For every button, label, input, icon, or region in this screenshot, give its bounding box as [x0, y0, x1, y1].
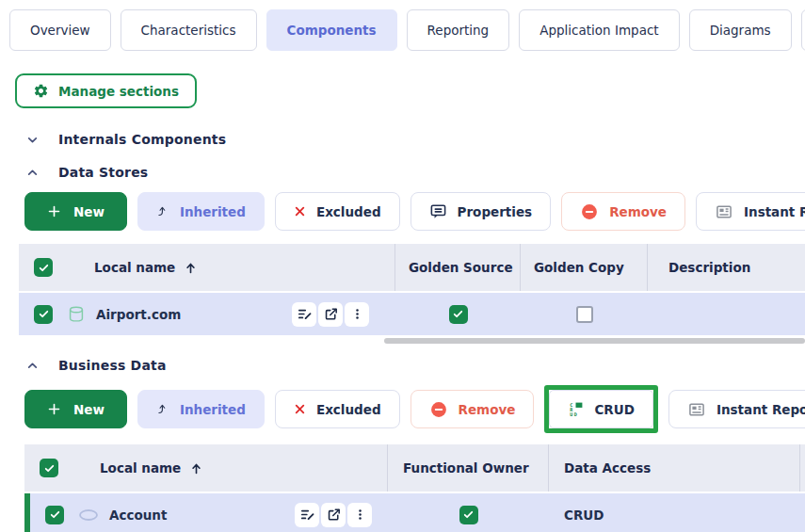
select-all-checkbox[interactable]: [34, 258, 53, 277]
manage-sections-button[interactable]: Manage sections: [15, 73, 197, 108]
excluded-button[interactable]: Excluded: [275, 390, 400, 428]
instant-report-label: Instant Report: [744, 204, 805, 219]
inherited-button[interactable]: Inherited: [137, 192, 265, 231]
remove-button[interactable]: Remove: [561, 192, 685, 231]
remove-label: Remove: [459, 402, 516, 417]
new-button[interactable]: New: [24, 390, 127, 428]
table-header: Local name Functional Owner Data Access: [24, 444, 805, 493]
column-header-golden-copy[interactable]: Golden Copy: [521, 244, 648, 291]
row-checkbox[interactable]: [45, 506, 64, 524]
edit-button[interactable]: [295, 503, 319, 527]
plus-icon: [47, 402, 61, 416]
edit-list-icon: [297, 306, 313, 322]
section-title: Business Data: [58, 358, 167, 373]
sort-ascending-icon[interactable]: [189, 461, 203, 476]
new-button[interactable]: New: [24, 192, 127, 231]
remove-icon: [580, 202, 599, 221]
data-stores-table: Local name Golden Source Golden Copy Des…: [19, 244, 805, 335]
crud-highlight-box: CRUD CRUD: [544, 385, 657, 433]
golden-copy-checkbox[interactable]: [576, 306, 593, 323]
table-row[interactable]: Airport.com: [19, 293, 805, 335]
external-link-icon: [323, 306, 339, 322]
row-local-name: Account: [109, 508, 167, 523]
data-stores-toolbar: New Inherited Excluded Properties Remove…: [24, 192, 805, 231]
section-title: Data Stores: [58, 165, 148, 180]
edit-button[interactable]: [292, 302, 316, 327]
row-more-button[interactable]: [347, 503, 372, 527]
database-icon: [66, 304, 87, 325]
plus-icon: [47, 204, 61, 218]
column-header-golden-source[interactable]: Golden Source: [395, 244, 521, 291]
tab-overview[interactable]: Overview: [9, 9, 111, 51]
instant-report-label: Instant Report: [716, 402, 805, 417]
table-row[interactable]: Account CRUD: [24, 493, 805, 532]
column-header-data-access[interactable]: Data Access: [549, 444, 800, 492]
section-business-data: Business Data: [26, 358, 805, 373]
properties-button[interactable]: Properties: [411, 192, 552, 231]
remove-label: Remove: [609, 204, 667, 219]
row-local-name: Airport.com: [96, 307, 181, 322]
check-icon: [38, 308, 50, 320]
section-data-stores: Data Stores: [26, 165, 805, 180]
business-data-table: Local name Functional Owner Data Access …: [24, 444, 805, 532]
chevron-up-icon[interactable]: [26, 360, 39, 372]
properties-label: Properties: [458, 204, 533, 219]
excluded-x-icon: [294, 403, 306, 415]
instant-report-icon: [715, 202, 733, 221]
row-actions: [295, 503, 372, 527]
instant-report-button[interactable]: Instant Report: [696, 192, 805, 231]
open-button[interactable]: [321, 503, 346, 527]
excluded-button[interactable]: Excluded: [275, 192, 400, 231]
manage-sections-label: Manage sections: [58, 84, 179, 99]
business-data-toolbar: New Inherited Excluded Remove CRUD CRUD …: [24, 385, 805, 433]
business-object-icon: [77, 508, 100, 522]
functional-owner-checkbox[interactable]: [459, 506, 478, 524]
column-header-functional-owner[interactable]: Functional Owner: [388, 444, 549, 492]
table-header: Local name Golden Source Golden Copy Des…: [19, 244, 805, 293]
column-header-local-name[interactable]: Local name: [94, 260, 175, 275]
check-icon: [49, 508, 61, 521]
inherited-arrow-icon: [156, 205, 169, 218]
inherited-arrow-icon: [156, 403, 169, 416]
gear-icon: [33, 83, 49, 99]
open-button[interactable]: [318, 302, 343, 327]
tab-components[interactable]: Components: [266, 9, 397, 51]
chevron-down-icon[interactable]: [26, 134, 39, 146]
golden-source-checkbox[interactable]: [449, 305, 468, 324]
tab-characteristics[interactable]: Characteristics: [121, 9, 257, 51]
instant-report-button[interactable]: Instant Report: [668, 390, 805, 428]
tab-settings[interactable]: [801, 9, 805, 51]
kebab-icon: [353, 508, 367, 522]
check-icon: [452, 308, 464, 320]
inherited-button[interactable]: Inherited: [137, 390, 265, 428]
new-label: New: [73, 204, 105, 219]
properties-icon: [429, 202, 447, 220]
horizontal-scrollbar[interactable]: [384, 338, 805, 344]
row-more-button[interactable]: [345, 302, 369, 327]
kebab-icon: [350, 307, 364, 321]
sort-ascending-icon[interactable]: [184, 261, 198, 275]
remove-button[interactable]: Remove: [411, 390, 535, 428]
check-icon: [462, 508, 475, 521]
chevron-up-icon[interactable]: [26, 167, 39, 179]
column-header-local-name[interactable]: Local name: [100, 460, 181, 476]
tab-reporting[interactable]: Reporting: [407, 9, 510, 51]
check-icon: [38, 262, 50, 274]
row-checkbox[interactable]: [34, 305, 53, 324]
tab-application-impact[interactable]: Application Impact: [519, 9, 679, 51]
external-link-icon: [326, 507, 342, 523]
crud-button[interactable]: CRUD CRUD: [549, 390, 652, 428]
tab-bar: Overview Characteristics Components Repo…: [0, 0, 805, 51]
svg-text:D: D: [574, 411, 577, 417]
remove-icon: [429, 400, 448, 419]
excluded-label: Excluded: [316, 402, 381, 417]
row-description: [648, 293, 805, 335]
select-all-checkbox[interactable]: [40, 459, 58, 477]
column-header-description[interactable]: Description: [648, 244, 805, 291]
tab-diagrams[interactable]: Diagrams: [689, 9, 792, 51]
edit-list-icon: [299, 507, 315, 523]
instant-report-icon: [687, 400, 706, 419]
new-label: New: [73, 402, 105, 417]
section-internals-components: Internals Components: [26, 132, 805, 147]
crud-label: CRUD: [594, 402, 634, 417]
